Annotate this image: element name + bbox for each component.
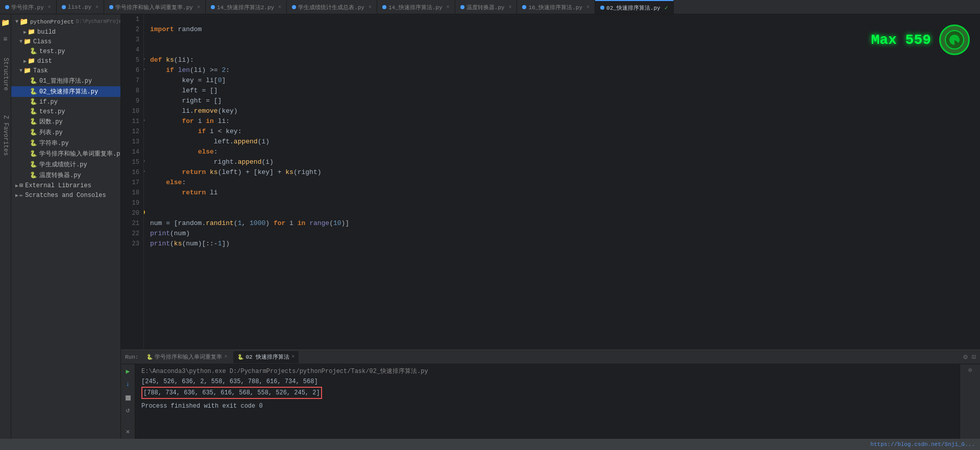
layout-icon[interactable]: ⊡ (972, 353, 976, 361)
tab-label: 学号排序和输入单词重复率.py (115, 4, 193, 11)
run-down-button[interactable]: ↓ (123, 379, 133, 389)
code-text (206, 167, 210, 178)
run-tab-close-icon[interactable]: × (224, 354, 227, 360)
tab-dot (109, 5, 113, 9)
keyword: in (298, 218, 306, 229)
sidebar-item-if[interactable]: 🐍 if.py (11, 97, 120, 107)
tab-label: 14_快速排序算法2.py (217, 4, 274, 11)
sidebar-item-student-sort[interactable]: 🐍 学号排序和输入单词重复率.py (11, 148, 120, 159)
sidebar-item-dist[interactable]: ▶ 📁 dist (11, 56, 120, 66)
sidebar-item-class[interactable]: ▼ 📁 Class (11, 37, 120, 46)
code-editor[interactable]: Max 559 1 2 3 4 5 6 7 (121, 14, 980, 349)
tab-close-icon[interactable]: × (508, 5, 511, 10)
sidebar-item-extlibs[interactable]: ▶ ⊞ External Libraries (11, 181, 120, 190)
tab-temp[interactable]: 温度转换器.py × (455, 0, 518, 14)
run-stop-button[interactable] (123, 393, 133, 403)
tab-close-icon[interactable]: × (48, 5, 51, 10)
run-icon: 🐍 (146, 354, 153, 360)
builtin: print (150, 239, 170, 249)
code-line-19 (150, 198, 980, 208)
tab-close-icon[interactable]: × (586, 5, 590, 10)
sidebar-item-task[interactable]: ▼ 📁 Task (11, 66, 120, 76)
keyword: for (182, 116, 193, 127)
sidebar-item-build[interactable]: ▶ 📁 build (11, 27, 120, 37)
structure-label[interactable]: Structure (2, 58, 9, 91)
scratch-icon: ✏ (19, 191, 23, 199)
tab-02sort[interactable]: 02_快速排序算法.py ✓ (595, 0, 674, 14)
run-tab-label: 02 快速排序算法 (246, 353, 289, 361)
ln-18: 18 (125, 188, 139, 198)
sidebar-item-factors[interactable]: 🐍 因数.py (11, 116, 120, 127)
tab-16sort[interactable]: 16_快速排序算法.py × (517, 0, 595, 14)
sidebar-item-string[interactable]: 🐍 字符串.py (11, 138, 120, 148)
tab-14sort2[interactable]: 14_快速排序算法.py × (377, 0, 455, 14)
sidebar-item-project[interactable]: ▼ 📁 pythonProject D:\PycharmProject (11, 16, 120, 27)
code-content[interactable]: import random ▼ def ks(li): ▼ if len(li)… (144, 14, 980, 349)
code-text: li. (150, 106, 194, 116)
sidebar-item-grade[interactable]: 🐍 学生成绩统计.py (11, 159, 120, 170)
tab-label: 学号排序.py (11, 4, 44, 11)
keyword: else (166, 178, 182, 188)
structure-icon[interactable]: ≡ (3, 35, 7, 43)
tab-close-icon[interactable]: × (197, 5, 200, 10)
tab-dot (382, 5, 386, 9)
run-success-line: Process finished with exit code 0 (141, 401, 953, 411)
tab-xuehao[interactable]: 学号排序.py × (0, 0, 57, 14)
builtin: range (309, 218, 329, 229)
tab-close-icon[interactable]: × (369, 5, 372, 10)
run-settings: ⚙ (960, 364, 980, 439)
run-label: Run: (125, 354, 138, 360)
tab-list[interactable]: list.py × (57, 0, 104, 14)
checkmark-icon: ✓ (665, 4, 668, 12)
ln-15: 15 (125, 157, 139, 167)
sidebar-item-01bubble[interactable]: 🐍 01_冒泡排序法.py (11, 76, 120, 86)
tab-label: 02_快速排序算法.py (606, 4, 660, 12)
ln-6: 6 (125, 65, 139, 76)
sidebar-label: 学生成绩统计.py (39, 160, 87, 169)
run-content: ▶ ↓ ↺ ✕ E:\Anaconda3\python.exe D:/Pycha… (121, 364, 980, 439)
code-text: ( (234, 218, 238, 229)
sidebar-label: 因数.py (39, 117, 63, 126)
number: 1 (218, 239, 222, 249)
tab-close-icon[interactable]: × (95, 5, 99, 10)
sidebar-item-test-task[interactable]: 🐍 test.py (11, 107, 120, 116)
tab-stats[interactable]: 学生成绩统计生成总表.py × (287, 0, 377, 14)
py-file-icon: 🐍 (30, 47, 37, 55)
sidebar-item-scratches[interactable]: ▶ ✏ Scratches and Consoles (11, 190, 120, 200)
code-line-22: print(num) (150, 229, 980, 239)
code-text: ) (265, 218, 274, 229)
editor-area: Max 559 1 2 3 4 5 6 7 (121, 14, 980, 439)
tab-xuehao2[interactable]: 学号排序和输入单词重复率.py × (104, 0, 206, 14)
tab-close-icon[interactable]: × (278, 5, 281, 10)
run-rerun-button[interactable]: ↺ (123, 405, 133, 415)
run-close-button[interactable]: ✕ (123, 427, 133, 437)
tab-dot (5, 5, 9, 9)
code-text: )] (341, 218, 350, 229)
function-name: ks (210, 167, 218, 178)
tab-14sort[interactable]: 14_快速排序算法2.py × (206, 0, 287, 14)
run-tab-close-icon[interactable]: × (291, 354, 295, 360)
fold-icon: ▼ (144, 167, 145, 178)
number: 2 (222, 65, 226, 76)
fold-icon: ▼ (144, 157, 145, 167)
gear-icon[interactable]: ⚙ (968, 366, 972, 374)
run-tab-xuehao[interactable]: 🐍 学号排序和输入单词重复率 × (142, 351, 231, 363)
code-text: ] (222, 76, 226, 86)
run-tab-02sort[interactable]: 🐍 02 快速排序算法 × (233, 351, 299, 363)
favorites-label[interactable]: Z Favorites (2, 115, 9, 156)
settings-icon[interactable]: ⚙ (963, 353, 967, 361)
sidebar-item-test-class[interactable]: 🐍 test.py (11, 46, 120, 56)
tab-bar: 学号排序.py × list.py × 学号排序和输入单词重复率.py × 14… (0, 0, 980, 14)
py-file-icon: 🐍 (30, 150, 37, 158)
folder-icon: 📁 (28, 28, 35, 36)
project-icon[interactable]: 📁 (1, 18, 10, 27)
sidebar-item-02sort[interactable]: 🐍 02_快速排序算法.py (11, 86, 120, 97)
game-score: Max 559 (871, 32, 931, 48)
run-play-button[interactable]: ▶ (123, 366, 133, 377)
tab-close-icon[interactable]: × (447, 5, 450, 10)
sidebar-item-list[interactable]: 🐍 列表.py (11, 127, 120, 138)
keyword: else (198, 147, 214, 157)
code-line-7: key = li[0] (150, 76, 980, 86)
sidebar-item-temp[interactable]: 🐍 温度转换器.py (11, 170, 120, 181)
arrow-icon: ▼ (19, 68, 22, 73)
